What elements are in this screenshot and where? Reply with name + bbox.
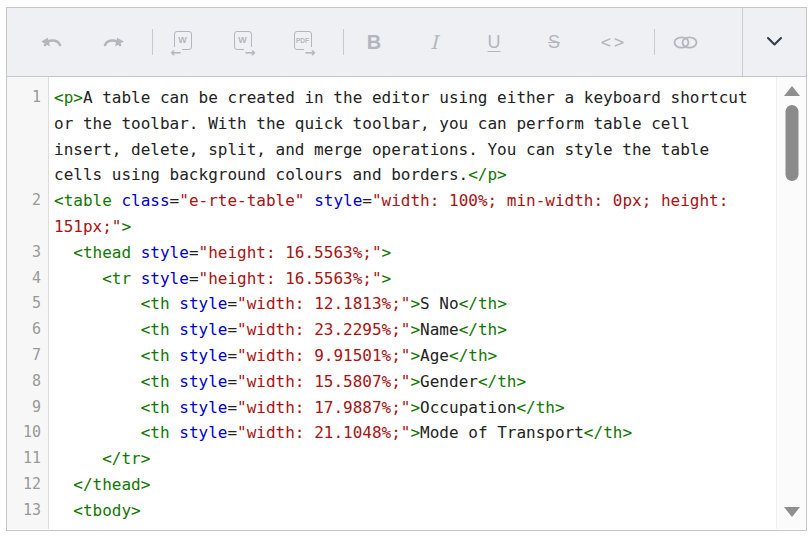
bold-button[interactable]: B [353,21,395,63]
token-str: "e-rte-table" [179,191,304,210]
arrow-out-icon: → [244,47,257,58]
code-line: 10 <th style="width: 21.1048%;">Mode of … [7,420,776,446]
token-tag: <th [141,423,170,442]
token-plain [170,346,180,365]
token-tag: <th [141,320,170,339]
code-text: <th style="width: 17.9887%;">Occupation<… [49,395,565,421]
code-view-editor[interactable]: 1<p>A table can be created in the editor… [7,77,776,529]
code-line: 14 <tr style="height: 16.5563%;"> [7,524,776,529]
bold-label: B [367,31,381,54]
token-attr: style [179,294,227,313]
token-plain [170,294,180,313]
line-number: 2 [7,188,49,240]
code-line: 2<table class="e-rte-table" style="width… [7,188,776,240]
token-tag: <tr [102,527,131,529]
token-plain [54,346,141,365]
link-icon [672,35,699,50]
token-plain [54,269,102,288]
token-text: A table can be created in the editor usi… [54,88,757,184]
italic-button[interactable]: I [413,21,455,63]
code-text: <th style="width: 15.5807%;">Gender</th> [49,369,526,395]
line-number: 12 [7,472,49,498]
token-plain: = [227,346,237,365]
line-number: 14 [7,524,49,529]
token-str: "height: 16.5563%;" [199,269,382,288]
token-str: "width: 21.1048%;" [237,423,410,442]
scroll-up-arrow[interactable] [784,86,800,96]
import-word-icon: W← [171,31,196,54]
token-str: "width: 17.9887%;" [237,398,410,417]
line-number: 6 [7,317,49,343]
export-pdf-button[interactable]: PDF→ [282,21,324,63]
line-number: 8 [7,369,49,395]
token-tag: </th> [478,372,526,391]
token-plain: = [227,320,237,339]
token-str: "width: 15.5807%;" [237,372,410,391]
redo-button[interactable] [91,21,133,63]
token-attr: style [179,398,227,417]
token-attr: style [141,243,189,262]
scroll-down-arrow[interactable] [784,507,800,517]
token-text: Mode of Transport [420,423,584,442]
export-word-button[interactable]: W→ [222,21,264,63]
token-plain [54,294,141,313]
token-tag: </th> [516,398,564,417]
toolbar-items: W←W→PDF→BIUS<> [7,8,742,76]
token-plain: = [227,423,237,442]
token-text: S No [420,294,459,313]
code-text: <th style="width: 9.91501%;">Age</th> [49,343,497,369]
vertical-scrollbar[interactable] [776,77,806,529]
token-plain: = [227,294,237,313]
toolbar: W←W→PDF→BIUS<> [7,8,806,77]
token-tag: <table [54,191,112,210]
token-plain [54,527,102,529]
code-line: 5 <th style="width: 12.1813%;">S No</th> [7,291,776,317]
line-number: 7 [7,343,49,369]
token-plain [54,320,141,339]
token-plain [54,423,141,442]
token-str: "height: 16.5563%;" [199,527,382,529]
import-word-button[interactable]: W← [162,21,204,63]
strikethrough-button[interactable]: S [533,21,575,63]
token-plain [170,372,180,391]
arrow-in-icon: ← [170,47,183,58]
token-plain [54,449,102,468]
token-str: "height: 16.5563%;" [199,243,382,262]
scrollbar-thumb[interactable] [785,105,798,181]
token-text: Occupation [420,398,516,417]
toolbar-separator [343,29,344,55]
token-tag: </th> [459,320,507,339]
token-attr: style [141,269,189,288]
token-str: "width: 9.91501%;" [237,346,410,365]
token-tag: > [382,243,392,262]
line-number: 3 [7,240,49,266]
italic-label: I [430,31,438,53]
code-view-label: <> [601,32,627,52]
code-text: <p>A table can be created in the editor … [49,85,755,188]
line-number: 13 [7,498,49,524]
undo-button[interactable] [31,21,73,63]
token-attr: class [121,191,169,210]
token-attr: style [179,423,227,442]
token-tag: </th> [584,423,632,442]
token-str: "width: 23.2295%;" [237,320,410,339]
underline-button[interactable]: U [473,21,515,63]
token-plain: = [227,398,237,417]
toolbar-expand-button[interactable] [742,8,806,76]
token-plain [54,243,73,262]
code-line: 6 <th style="width: 23.2295%;">Name</th> [7,317,776,343]
token-tag: > [382,269,392,288]
token-plain: = [170,191,180,210]
chevron-down-icon [766,33,783,51]
strikethrough-label: S [548,32,560,53]
token-plain [54,398,141,417]
code-line: 9 <th style="width: 17.9887%;">Occupatio… [7,395,776,421]
insert-link-button[interactable] [664,21,706,63]
code-lines: 1<p>A table can be created in the editor… [7,85,776,529]
token-plain [131,243,141,262]
code-line: 11 </tr> [7,446,776,472]
code-view-button[interactable]: <> [593,21,635,63]
token-plain: = [189,527,199,529]
code-text: </thead> [49,472,150,498]
code-line: 12 </thead> [7,472,776,498]
